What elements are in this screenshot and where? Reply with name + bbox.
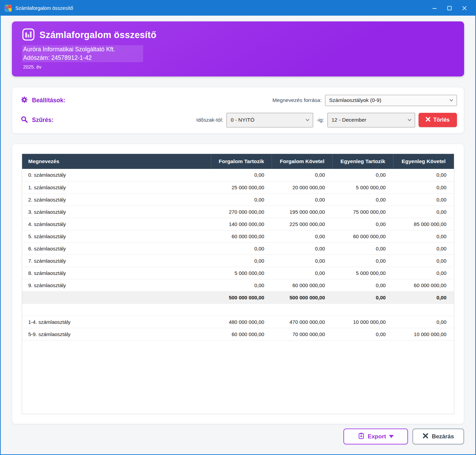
period-to-select[interactable]: 12 - December bbox=[327, 113, 415, 127]
row-value: 60 000 000,00 bbox=[272, 279, 333, 291]
row-label bbox=[22, 291, 211, 303]
row-label: 7. számlaosztály bbox=[22, 255, 211, 267]
period-to-label: -ig: bbox=[317, 117, 324, 123]
row-value: 0,00 bbox=[333, 218, 393, 230]
row-value: 0,00 bbox=[333, 242, 393, 255]
row-value: 5 000 000,00 bbox=[333, 267, 393, 279]
column-header-turnover-credit: Forgalom Követel bbox=[272, 154, 333, 169]
table-row: 4. számlaosztály140 000 000,00225 000 00… bbox=[22, 218, 454, 230]
name-source-select[interactable]: Számlaosztályok (0-9) bbox=[325, 95, 457, 106]
row-value: 0,00 bbox=[393, 316, 454, 328]
minimize-button[interactable] bbox=[427, 1, 442, 16]
column-header-balance-credit: Egyenleg Követel bbox=[393, 154, 454, 169]
filter-label: Szűrés: bbox=[32, 117, 53, 124]
close-button[interactable] bbox=[457, 1, 472, 16]
row-value: 60 000 000,00 bbox=[333, 230, 393, 242]
row-label: 5. számlaosztály bbox=[22, 230, 211, 242]
row-value: 20 000 000,00 bbox=[272, 181, 333, 193]
column-header-turnover-debit: Forgalom Tartozik bbox=[211, 154, 272, 169]
row-value: 0,00 bbox=[333, 193, 393, 206]
row-value: 10 000 000,00 bbox=[393, 328, 454, 340]
footer-actions: Export Bezárás bbox=[12, 428, 464, 444]
row-value: 0,00 bbox=[211, 279, 272, 291]
row-value: 60 000 000,00 bbox=[211, 230, 272, 242]
row-value: 270 000 000,00 bbox=[211, 206, 272, 218]
x-icon bbox=[423, 433, 428, 440]
export-label: Export bbox=[368, 433, 386, 440]
row-value: 0,00 bbox=[393, 169, 454, 181]
row-value bbox=[272, 303, 333, 316]
row-value: 0,00 bbox=[393, 255, 454, 267]
row-label: 2. számlaosztály bbox=[22, 193, 211, 206]
clipboard-icon bbox=[358, 432, 365, 441]
company-name: Auróra Informatikai Szolgáltató Kft. bbox=[22, 45, 143, 54]
tax-number: Adószám: 24578912-1-42 bbox=[22, 54, 143, 62]
row-value: 470 000 000,00 bbox=[272, 316, 333, 328]
row-label bbox=[22, 303, 211, 316]
row-value: 0,00 bbox=[333, 169, 393, 181]
period-to-value: 12 - December bbox=[332, 117, 367, 123]
page-title: Számlaforgalom összesítő bbox=[39, 30, 156, 40]
row-value: 0,00 bbox=[272, 255, 333, 267]
row-value: 480 000 000,00 bbox=[211, 316, 272, 328]
table-row: 0. számlaosztály0,000,000,000,00 bbox=[22, 169, 454, 181]
row-label: 6. számlaosztály bbox=[22, 242, 211, 255]
row-value: 0,00 bbox=[393, 206, 454, 218]
row-value: 25 000 000,00 bbox=[211, 181, 272, 193]
row-value: 0,00 bbox=[333, 328, 393, 340]
table-panel: Megnevezés Forgalom Tartozik Forgalom Kö… bbox=[12, 144, 464, 424]
row-value: 0,00 bbox=[393, 193, 454, 206]
settings-label: Beállítások: bbox=[32, 97, 65, 104]
row-value: 0,00 bbox=[211, 242, 272, 255]
table-summary-row: 1-4. számlaosztály480 000 000,00470 000 … bbox=[22, 316, 454, 328]
row-value: 10 000 000,00 bbox=[333, 316, 393, 328]
row-value: 0,00 bbox=[333, 291, 393, 303]
window-title: Számlaforgalom összesítő bbox=[15, 5, 73, 11]
column-header-name: Megnevezés bbox=[22, 154, 211, 169]
table-header-row: Megnevezés Forgalom Tartozik Forgalom Kö… bbox=[22, 154, 454, 169]
row-label: 1. számlaosztály bbox=[22, 181, 211, 193]
row-label: 4. számlaosztály bbox=[22, 218, 211, 230]
clear-filter-button[interactable]: Törlés bbox=[419, 113, 457, 127]
table-row: 8. számlaosztály5 000 000,000,005 000 00… bbox=[22, 267, 454, 279]
row-value: 0,00 bbox=[272, 267, 333, 279]
name-source-value: Számlaosztályok (0-9) bbox=[329, 97, 381, 103]
table-row: 3. számlaosztály270 000 000,00195 000 00… bbox=[22, 206, 454, 218]
export-button[interactable]: Export bbox=[343, 428, 408, 444]
row-value bbox=[211, 303, 272, 316]
period-from-select[interactable]: 0 - NYITÓ bbox=[226, 113, 313, 127]
table-spacer-row bbox=[22, 303, 454, 316]
table-row: 5. számlaosztály60 000 000,000,0060 000 … bbox=[22, 230, 454, 242]
row-value: 70 000 000,00 bbox=[272, 328, 333, 340]
close-dialog-button[interactable]: Bezárás bbox=[412, 428, 464, 444]
row-label: 1-4. számlaosztály bbox=[22, 316, 211, 328]
row-value: 0,00 bbox=[272, 193, 333, 206]
row-value: 0,00 bbox=[211, 193, 272, 206]
row-label: 5-9. számlaosztály bbox=[22, 328, 211, 340]
maximize-button[interactable] bbox=[442, 1, 457, 16]
row-value: 0,00 bbox=[272, 242, 333, 255]
main-content: Számlaforgalom összesítő Auróra Informat… bbox=[1, 21, 475, 444]
row-value: 5 000 000,00 bbox=[211, 267, 272, 279]
report-year: 2025. év bbox=[22, 64, 454, 70]
gear-icon bbox=[20, 96, 28, 105]
name-source-label: Megnevezés forrása: bbox=[272, 97, 322, 103]
row-label: 3. számlaosztály bbox=[22, 206, 211, 218]
chevron-down-icon bbox=[306, 119, 309, 121]
row-value: 0,00 bbox=[333, 255, 393, 267]
row-label: 0. számlaosztály bbox=[22, 169, 211, 181]
row-value: 0,00 bbox=[393, 267, 454, 279]
row-value: 5 000 000,00 bbox=[333, 181, 393, 193]
table-row: 1. számlaosztály25 000 000,0020 000 000,… bbox=[22, 181, 454, 193]
table-row: 7. számlaosztály0,000,000,000,00 bbox=[22, 255, 454, 267]
x-icon bbox=[426, 117, 430, 123]
minimize-icon bbox=[432, 6, 437, 11]
search-icon bbox=[20, 116, 28, 125]
row-value: 75 000 000,00 bbox=[333, 206, 393, 218]
row-value: 0,00 bbox=[393, 181, 454, 193]
close-dialog-label: Bezárás bbox=[432, 433, 454, 440]
row-value: 0,00 bbox=[393, 291, 454, 303]
row-value: 0,00 bbox=[272, 169, 333, 181]
period-from-value: 0 - NYITÓ bbox=[231, 117, 254, 123]
row-value: 0,00 bbox=[272, 230, 333, 242]
